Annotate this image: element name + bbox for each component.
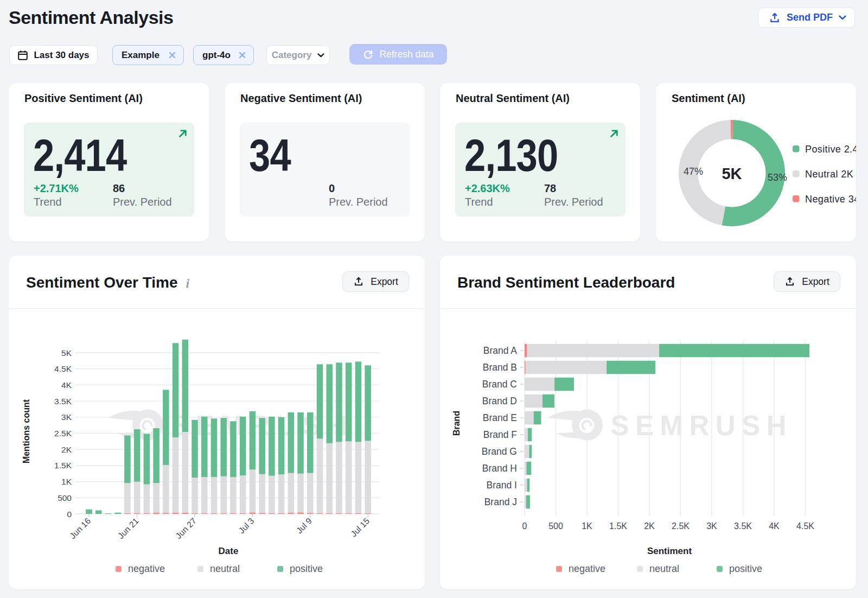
svg-text:Date: Date (219, 546, 239, 556)
svg-text:positive: positive (290, 563, 323, 574)
svg-text:4K: 4K (769, 521, 780, 531)
svg-text:Sentiment: Sentiment (647, 546, 692, 556)
svg-text:3.5K: 3.5K (734, 521, 752, 531)
svg-text:4K: 4K (61, 380, 72, 390)
svg-text:neutral: neutral (210, 563, 240, 574)
svg-text:Brand F: Brand F (483, 429, 517, 440)
svg-text:500: 500 (548, 521, 563, 531)
svg-text:Jun 27: Jun 27 (174, 516, 198, 540)
svg-text:5K: 5K (722, 165, 742, 182)
svg-text:2K: 2K (644, 521, 655, 531)
svg-text:Brand I: Brand I (487, 480, 517, 491)
svg-text:negative: negative (569, 563, 605, 574)
svg-text:0: 0 (67, 510, 72, 519)
svg-text:2.5K: 2.5K (54, 429, 72, 438)
svg-text:Brand D: Brand D (482, 396, 517, 406)
svg-text:negative: negative (128, 563, 165, 574)
svg-text:Positive 2.4K (53%): Positive 2.4K (53%) (805, 144, 856, 155)
svg-text:2.5K: 2.5K (672, 521, 690, 531)
svg-text:Jun 21: Jun 21 (116, 516, 141, 540)
svg-text:Mentions count: Mentions count (22, 399, 31, 463)
svg-text:3K: 3K (706, 521, 717, 531)
svg-text:1.5K: 1.5K (609, 521, 627, 531)
svg-text:3.5K: 3.5K (54, 397, 72, 406)
svg-text:Brand H: Brand H (482, 463, 517, 474)
svg-text:neutral: neutral (649, 563, 679, 574)
svg-text:positive: positive (729, 563, 762, 574)
svg-text:Jul 15: Jul 15 (349, 516, 371, 538)
svg-text:500: 500 (58, 493, 72, 502)
svg-text:Jul 9: Jul 9 (295, 516, 314, 535)
svg-text:Jun 16: Jun 16 (68, 516, 92, 540)
svg-text:Neutral 2K (47%): Neutral 2K (47%) (805, 169, 856, 180)
svg-text:5K: 5K (61, 348, 72, 358)
svg-text:Brand J: Brand J (484, 497, 517, 507)
svg-text:1K: 1K (582, 521, 592, 531)
svg-text:Negative 34 (1%): Negative 34 (1%) (805, 194, 856, 205)
svg-text:1.5K: 1.5K (54, 461, 72, 470)
svg-text:Jul 3: Jul 3 (237, 516, 256, 535)
svg-text:Brand G: Brand G (482, 446, 517, 457)
svg-text:Brand A: Brand A (483, 345, 518, 356)
svg-text:4.5K: 4.5K (54, 364, 72, 373)
svg-text:0: 0 (522, 521, 527, 531)
svg-text:4.5K: 4.5K (796, 521, 814, 531)
svg-text:1K: 1K (61, 477, 72, 486)
svg-text:Brand C: Brand C (482, 379, 517, 390)
svg-text:3K: 3K (61, 412, 72, 422)
svg-text:SEMRUSH: SEMRUSH (611, 410, 793, 441)
svg-text:Brand B: Brand B (483, 362, 517, 373)
svg-text:53%: 53% (768, 172, 787, 183)
svg-text:Brand: Brand (452, 411, 461, 436)
svg-text:Brand E: Brand E (483, 412, 517, 423)
svg-text:2K: 2K (61, 445, 72, 454)
svg-text:47%: 47% (684, 166, 703, 177)
